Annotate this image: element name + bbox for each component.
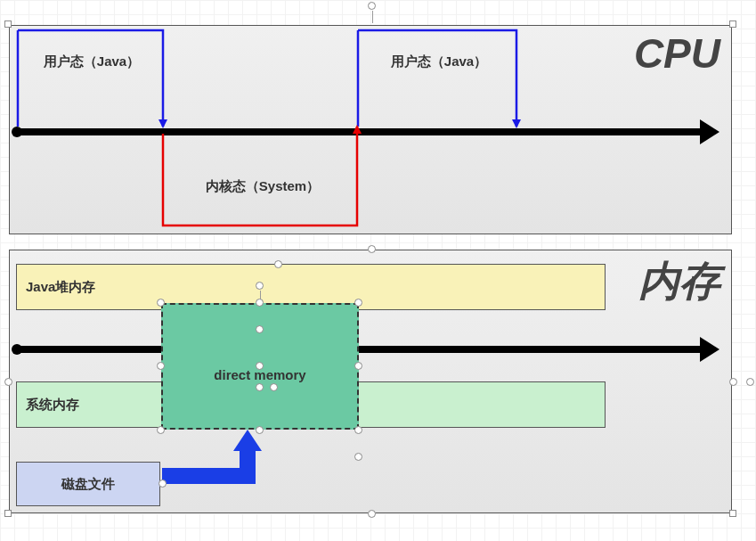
handle-br[interactable] [354, 426, 362, 434]
canvas-handle-tl[interactable] [4, 20, 12, 28]
rotate-handle[interactable] [256, 282, 264, 290]
cpu-title: CPU [634, 29, 720, 78]
canvas-handle-tr[interactable] [729, 20, 736, 28]
kernel-mode-box [161, 123, 366, 230]
handle-extra3[interactable] [256, 383, 264, 391]
edge-handle-left[interactable] [4, 378, 12, 386]
edge-handle-disk[interactable] [159, 480, 167, 488]
handle-tr[interactable] [354, 299, 362, 307]
canvas-rotate-handle[interactable] [368, 2, 376, 10]
canvas-handle-br[interactable] [729, 510, 736, 517]
disk-to-memory-arrow [159, 426, 283, 506]
handle-tm[interactable] [256, 299, 264, 307]
memory-title: 内存 [638, 254, 720, 309]
handle-tl[interactable] [157, 299, 165, 307]
user-mode-label-1: 用户态（Java） [25, 53, 159, 70]
handle-extra1[interactable] [256, 325, 264, 333]
handle-extra2[interactable] [256, 362, 264, 370]
edge-handle-top[interactable] [368, 245, 376, 253]
canvas-handle-bl[interactable] [4, 510, 12, 517]
user-mode-box-1 [16, 29, 176, 135]
memory-timeline-arrow [16, 346, 703, 353]
handle-ml[interactable] [157, 362, 165, 370]
kernel-mode-label: 内核态（System） [187, 178, 338, 195]
edge-handle-right[interactable] [729, 378, 737, 386]
edge-handle-top2[interactable] [274, 260, 282, 268]
handle-extra4[interactable] [270, 383, 278, 391]
edge-handle-right2[interactable] [746, 378, 754, 386]
user-mode-label-2: 用户态（Java） [372, 53, 506, 70]
user-mode-box-2 [356, 29, 525, 135]
handle-mr[interactable] [354, 362, 362, 370]
disk-file-box: 磁盘文件 [16, 462, 160, 506]
edge-handle-bottom[interactable] [368, 510, 376, 518]
edge-handle-arrow-end[interactable] [354, 453, 362, 461]
